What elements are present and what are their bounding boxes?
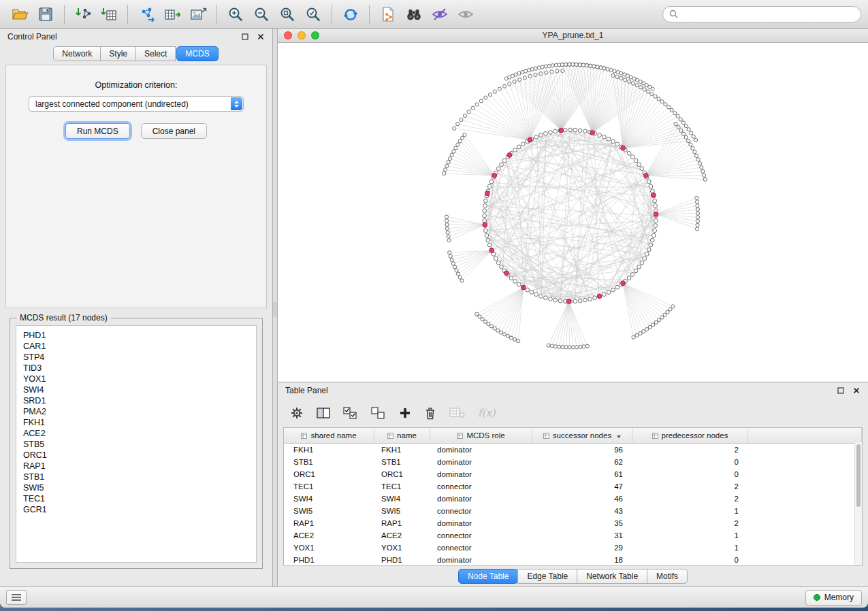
mcds-result-item[interactable]: PMA2 [23,406,249,417]
column-header-name[interactable]: name [374,428,430,444]
search-input[interactable] [682,9,854,20]
table-row[interactable]: SWI5SWI5connector431 [284,505,862,517]
export-network-icon[interactable] [135,3,157,25]
cell-name[interactable]: RAP1 [374,517,430,529]
cell-mcds-role[interactable]: connector [430,505,532,517]
share-document-icon[interactable] [377,3,399,25]
close-panel-button[interactable]: Close panel [141,123,207,139]
cell-mcds-role[interactable]: dominator [430,493,532,505]
mcds-result-item[interactable]: SRD1 [23,395,249,406]
save-icon[interactable] [35,3,57,25]
export-image-icon[interactable] [187,3,209,25]
run-mcds-button[interactable]: Run MCDS [65,123,130,139]
cell-mcds-role[interactable]: dominator [430,456,532,468]
table-scrollbar-thumb[interactable] [856,444,861,507]
tab-motifs[interactable]: Motifs [647,569,688,584]
table-row[interactable]: PHD1PHD1dominator180 [284,554,862,566]
mcds-result-item[interactable]: TID3 [23,363,249,374]
mcds-result-item[interactable]: SWI5 [23,482,249,493]
mcds-result-item[interactable]: GCR1 [23,504,249,515]
cell-predecessor-nodes[interactable]: 2 [632,517,748,529]
cell-shared-name[interactable]: FKH1 [284,444,374,456]
tab-node-table[interactable]: Node Table [458,569,519,584]
table-settings-gear-icon[interactable] [290,406,304,420]
show-columns-icon[interactable] [317,407,330,419]
import-network-icon[interactable] [72,3,94,25]
cell-name[interactable]: YOX1 [374,542,430,554]
cell-predecessor-nodes[interactable]: 2 [632,480,748,493]
cell-name[interactable]: ORC1 [374,468,430,480]
table-row[interactable]: FKH1FKH1dominator962 [284,444,862,456]
cell-mcds-role[interactable]: dominator [430,444,532,456]
table-scrollbar[interactable] [854,442,862,565]
mcds-result-item[interactable]: STB5 [23,439,249,450]
tab-select[interactable]: Select [135,46,176,61]
hide-selected-eye-slash-icon[interactable] [429,3,451,25]
table-row[interactable]: ACE2ACE2connector311 [284,529,862,542]
table-row[interactable]: SWI4SWI4dominator462 [284,493,862,505]
cell-predecessor-nodes[interactable]: 0 [632,554,748,566]
cell-mcds-role[interactable]: connector [430,542,532,554]
mcds-result-item[interactable]: YOX1 [23,374,249,384]
cell-predecessor-nodes[interactable]: 2 [632,493,748,505]
sort-dropdown-icon[interactable] [617,435,621,438]
import-table-icon[interactable] [98,3,120,25]
table-row[interactable]: ORC1ORC1dominator610 [284,468,862,480]
zoom-out-icon[interactable] [251,3,272,25]
fit-content-icon[interactable] [276,3,298,25]
cell-name[interactable]: FKH1 [374,444,430,456]
cell-shared-name[interactable]: ACE2 [284,529,374,542]
mcds-result-item[interactable]: FKH1 [23,417,249,428]
binoculars-icon[interactable] [403,3,425,25]
select-all-icon[interactable] [343,407,358,419]
show-all-eye-icon[interactable] [455,3,477,25]
add-row-icon[interactable] [399,407,411,419]
table-row[interactable]: STB1STB1dominator620 [284,456,862,468]
cell-shared-name[interactable]: YOX1 [284,542,374,554]
cell-successor-nodes[interactable]: 35 [532,517,632,529]
cell-successor-nodes[interactable]: 62 [532,456,632,468]
export-table-icon[interactable] [161,3,183,25]
mcds-result-item[interactable]: CAR1 [23,341,249,352]
table-row[interactable]: RAP1RAP1dominator352 [284,517,862,529]
tab-network-table[interactable]: Network Table [577,569,647,584]
cell-successor-nodes[interactable]: 31 [532,529,632,542]
zoom-selected-icon[interactable] [302,3,324,25]
criterion-select[interactable]: largest connected component (undirected) [29,96,244,112]
cell-shared-name[interactable]: SWI4 [284,493,374,505]
search-box[interactable] [662,6,861,22]
cell-name[interactable]: SWI4 [374,493,430,505]
status-menu-icon[interactable] [6,590,27,605]
cell-name[interactable]: STB1 [374,456,430,468]
cell-successor-nodes[interactable]: 47 [532,480,632,493]
cell-shared-name[interactable]: TEC1 [284,480,374,493]
cell-shared-name[interactable]: PHD1 [284,554,374,566]
close-window-button[interactable] [284,31,292,39]
mcds-result-item[interactable]: RAP1 [23,461,249,472]
cell-name[interactable]: PHD1 [374,554,430,566]
cell-predecessor-nodes[interactable]: 2 [632,444,748,456]
cell-successor-nodes[interactable]: 29 [532,542,632,554]
cell-mcds-role[interactable]: connector [430,480,532,493]
mcds-result-item[interactable]: PHD1 [23,330,249,341]
mcds-result-item[interactable]: STB1 [23,472,249,482]
mcds-result-item[interactable]: SWI4 [23,384,249,395]
delete-row-trash-icon[interactable] [424,406,436,420]
memory-button[interactable]: Memory [805,590,862,606]
deselect-all-icon[interactable] [371,407,386,419]
minimize-window-button[interactable] [298,31,306,39]
cell-name[interactable]: SWI5 [374,505,430,517]
cell-name[interactable]: TEC1 [374,480,430,493]
cell-successor-nodes[interactable]: 18 [532,554,632,566]
open-file-icon[interactable] [9,3,31,25]
cell-shared-name[interactable]: RAP1 [284,517,374,529]
cell-mcds-role[interactable]: dominator [430,468,532,480]
mcds-result-list[interactable]: PHD1CAR1STP4TID3YOX1SWI4SRD1PMA2FKH1ACE2… [16,325,257,563]
zoom-in-icon[interactable] [225,3,246,25]
table-row[interactable]: YOX1YOX1connector291 [284,542,862,554]
combo-stepper-icon[interactable] [231,97,242,110]
network-canvas[interactable] [278,43,868,382]
cell-predecessor-nodes[interactable]: 1 [632,542,748,554]
cell-predecessor-nodes[interactable]: 1 [632,529,748,542]
table-row[interactable]: TEC1TEC1connector472 [284,480,862,493]
